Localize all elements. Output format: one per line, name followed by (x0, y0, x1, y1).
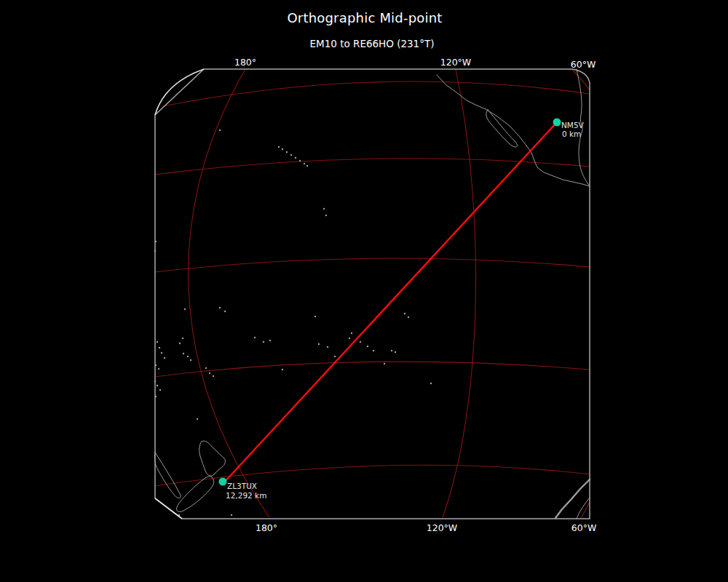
marker-label-nm5v: NM5V (561, 121, 584, 129)
parallel-line (163, 81, 590, 106)
great-circle-path (224, 122, 557, 482)
meridian-60w-top (572, 70, 590, 90)
globe-limb-bottom-left (155, 498, 182, 519)
tick-top-180: 180° (234, 57, 256, 68)
coastline-nz-south-island (177, 477, 214, 512)
tick-bottom-180: 180° (256, 522, 277, 533)
graticule-meridians (189, 69, 590, 518)
islands-central-pacific (255, 209, 431, 383)
islands-hawaii (220, 130, 307, 166)
marker-dot-zl3tux (219, 478, 227, 486)
map-frame (155, 69, 590, 519)
figure-title: Orthographic Mid-point (287, 10, 442, 25)
orthographic-map (0, 0, 728, 582)
island-dots (155, 130, 431, 515)
meridian-180 (189, 69, 269, 517)
tick-bottom-120w: 120°W (427, 522, 457, 533)
islands-southwest-pacific (155, 242, 232, 515)
tick-top-120w: 120°W (440, 57, 471, 68)
marker-distance-zl3tux: 12,292 km (226, 491, 266, 500)
coastlines (154, 69, 590, 519)
tick-bottom-60w: 60°W (571, 522, 597, 533)
parallel-line (155, 159, 590, 175)
meridian-60w-bottom (581, 502, 590, 518)
figure-subtitle: EM10 to RE66HO (231°T) (310, 38, 435, 49)
meridian-120w (443, 69, 476, 517)
marker-dot-nm5v (553, 119, 561, 127)
marker-label-zl3tux: ZL3TUX (227, 482, 257, 490)
marker-distance-nm5v: 0 km (562, 129, 581, 138)
app-window: { "figure": { "title": "Orthographic Mid… (0, 0, 728, 582)
parallel-line (155, 362, 590, 377)
coastline-nz-north-island (199, 441, 226, 476)
parallel-line (155, 258, 590, 272)
graticule-parallels (155, 81, 590, 486)
coastline-left-edge-landmass (154, 453, 181, 498)
coastline-baja-california (486, 110, 518, 147)
tick-top-60w: 60°W (571, 59, 596, 70)
coastline-bottom-right-thin (577, 498, 590, 519)
